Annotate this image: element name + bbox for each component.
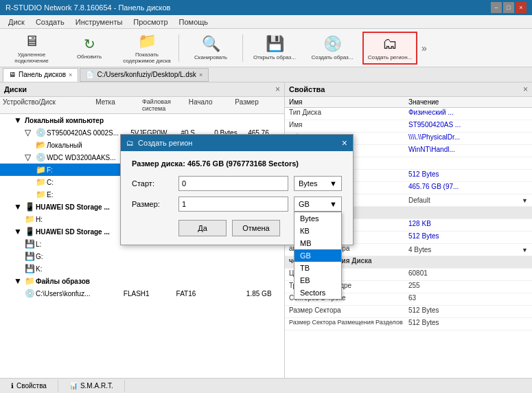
disks-panel-close[interactable]: × bbox=[275, 85, 280, 94]
menu-bar: Диск Создать Инструменты Просмотр Помощь bbox=[0, 15, 532, 29]
disk-expand-icon: ▽ bbox=[25, 153, 36, 162]
partition-icon: 💾 bbox=[25, 264, 36, 273]
disk-name: F: bbox=[47, 166, 130, 174]
open-image-button[interactable]: 💾 Открыть образ... bbox=[247, 32, 302, 65]
partition-icon: 💾 bbox=[25, 239, 36, 249]
maximize-button[interactable]: □ bbox=[503, 2, 514, 13]
close-button[interactable]: × bbox=[516, 2, 527, 13]
tab-panel-icon: 🖥 bbox=[9, 71, 16, 78]
sd-icon: 📱 bbox=[25, 202, 36, 212]
unit-gb[interactable]: GB bbox=[294, 249, 341, 262]
col-device: Устройство/Диск bbox=[3, 98, 95, 112]
tab-properties[interactable]: ℹ Свойства bbox=[0, 380, 58, 392]
toolbar: 🖥 Удаленное подключение ↻ Обновить 📁 Пок… bbox=[0, 29, 532, 67]
disk-label: FLASH1 bbox=[124, 290, 176, 297]
unit-tb[interactable]: ТВ bbox=[294, 262, 341, 274]
partition-icon: 📁 bbox=[36, 190, 47, 199]
create-region-button[interactable]: 🗂 Создать регион... bbox=[362, 32, 417, 65]
unit-kb[interactable]: КВ bbox=[294, 225, 341, 237]
disks-panel-title: Диски bbox=[4, 85, 27, 93]
title-text: R-STUDIO Network 7.8.160654 - Панель дис… bbox=[5, 3, 170, 12]
cancel-button[interactable]: Отмена bbox=[232, 220, 280, 236]
list-item[interactable]: ▼ 📁 Файлы образов bbox=[0, 275, 284, 287]
disk-name: Локальный bbox=[47, 142, 130, 149]
scan-button[interactable]: 🔍 Сканировать bbox=[183, 32, 238, 65]
disk-name: Локальный компьютер bbox=[25, 117, 281, 124]
list-item[interactable]: 💿 C:\Users\konfuz... FLASH1 FAT16 1.85 G… bbox=[0, 287, 284, 300]
sd-icon: 📱 bbox=[25, 227, 36, 236]
dialog-close-button[interactable]: × bbox=[342, 137, 347, 148]
dialog-title-text: Создать регион bbox=[138, 139, 342, 147]
menu-create[interactable]: Создать bbox=[30, 16, 70, 27]
open-image-icon: 💾 bbox=[266, 35, 284, 53]
create-region-icon: 🗂 bbox=[382, 35, 397, 53]
disk-icon: ▽ bbox=[25, 128, 36, 137]
expand-icon: ▼ bbox=[14, 276, 25, 286]
unit-sectors[interactable]: Sectors bbox=[294, 287, 341, 299]
ok-button[interactable]: Да bbox=[178, 220, 227, 236]
partition-icon: 💾 bbox=[25, 251, 36, 261]
start-unit-button[interactable]: Bytes ▼ bbox=[294, 176, 342, 191]
folder-icon: 📁 bbox=[25, 276, 36, 286]
list-item: Имя ST9500420AS ... bbox=[285, 120, 532, 133]
col-size: Размер bbox=[235, 98, 281, 112]
partition-icon: 📁 bbox=[25, 214, 36, 224]
col-fs: Файловая система bbox=[142, 98, 189, 112]
partition-icon: 📁 bbox=[36, 177, 47, 187]
disks-columns: Устройство/Диск Метка Файловая система Н… bbox=[0, 97, 284, 114]
unit-eb[interactable]: ЕВ bbox=[294, 274, 341, 287]
tab-panel-close[interactable]: × bbox=[69, 71, 72, 78]
menu-disk[interactable]: Диск bbox=[3, 16, 30, 27]
unit-mb[interactable]: МВ bbox=[294, 237, 341, 249]
list-item: Размер Сектора Размещения Разделов 512 B… bbox=[285, 318, 532, 330]
disks-panel-header: Диски × bbox=[0, 82, 284, 97]
hdd-icon: 💿 bbox=[36, 128, 47, 137]
size-input[interactable] bbox=[178, 196, 288, 212]
unit-dropdown: Bytes КВ МВ GB ТВ ЕВ Sectors bbox=[294, 212, 342, 300]
remote-connect-icon: 🖥 bbox=[24, 32, 39, 50]
scan-icon: 🔍 bbox=[202, 35, 220, 53]
title-bar: R-STUDIO Network 7.8.160654 - Панель дис… bbox=[0, 0, 532, 15]
minimize-button[interactable]: − bbox=[491, 2, 502, 13]
start-label: Старт: bbox=[132, 179, 173, 188]
prop-col-value: Значение bbox=[408, 98, 528, 106]
properties-panel-title: Свойства bbox=[289, 85, 325, 93]
disk-size-value: 465.76 GB (976773168 Sectors) bbox=[187, 159, 299, 168]
tab-smart[interactable]: 📊 S.M.A.R.T. bbox=[58, 380, 125, 392]
disk-name: C:\Users\konfuz... bbox=[36, 290, 124, 297]
list-item[interactable]: ▼ Локальный компьютер bbox=[0, 114, 284, 126]
properties-icon: ℹ bbox=[11, 382, 14, 390]
start-input[interactable] bbox=[178, 176, 288, 191]
menu-view[interactable]: Просмотр bbox=[128, 16, 173, 27]
col-label: Метка bbox=[95, 98, 142, 112]
refresh-icon: ↻ bbox=[84, 36, 95, 52]
remote-connect-button[interactable]: 🖥 Удаленное подключение bbox=[4, 32, 59, 65]
refresh-button[interactable]: ↻ Обновить bbox=[62, 32, 117, 65]
show-content-button[interactable]: 📁 Показать содержимое диска bbox=[119, 32, 174, 65]
tab-file[interactable]: 📄 C:/Users/konfuziy/Desktop/L.dsk × bbox=[80, 68, 209, 82]
disk-name: G: bbox=[36, 253, 281, 260]
menu-tools[interactable]: Инструменты bbox=[70, 16, 128, 27]
toolbar-more[interactable]: » bbox=[420, 41, 428, 55]
tab-panel[interactable]: 🖥 Панель дисков × bbox=[3, 68, 78, 82]
image-icon: 💿 bbox=[25, 289, 36, 298]
create-image-button[interactable]: 💿 Создать образ... bbox=[305, 32, 360, 65]
list-item[interactable]: 💾 G: bbox=[0, 250, 284, 262]
size-unit-button[interactable]: GB ▼ bbox=[294, 196, 342, 212]
disk-name: K: bbox=[36, 265, 281, 273]
disk-name: Файлы образов bbox=[36, 278, 281, 285]
list-item[interactable]: 💾 K: bbox=[0, 262, 284, 275]
disk-fs: FAT16 bbox=[176, 290, 211, 297]
dialog-title-bar: 🗂 Создать регион × bbox=[121, 135, 353, 151]
disk-name: WDC WD3200AAKS... bbox=[47, 154, 130, 161]
expand-icon: ▼ bbox=[14, 227, 25, 236]
unit-bytes[interactable]: Bytes bbox=[294, 212, 341, 225]
list-item: Размер Сектора 512 Bytes bbox=[285, 306, 532, 318]
menu-help[interactable]: Помощь bbox=[174, 16, 214, 27]
properties-panel-close[interactable]: × bbox=[523, 85, 528, 94]
dialog-title-icon: 🗂 bbox=[126, 139, 134, 147]
smart-icon: 📊 bbox=[69, 382, 78, 390]
tab-file-close[interactable]: × bbox=[199, 71, 203, 78]
size-unit-select: GB ▼ Bytes КВ МВ GB ТВ ЕВ Sectors bbox=[294, 196, 342, 212]
tab-file-icon: 📄 bbox=[86, 71, 94, 78]
